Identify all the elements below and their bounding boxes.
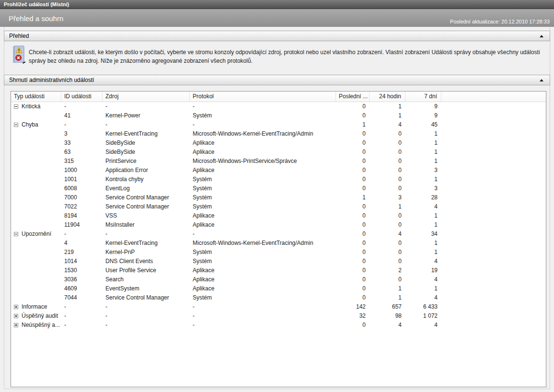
days7-cell: 28 (405, 193, 441, 202)
event-type-cell (11, 111, 61, 120)
event-id-cell: 315 (61, 157, 103, 166)
last-hour-cell: 0 (336, 239, 369, 248)
last-hour-cell: 0 (336, 248, 369, 257)
table-row[interactable]: 1001 Kontrola chyby Systém 0 0 1 (11, 175, 546, 184)
filler-cell (441, 230, 546, 239)
log-cell: Aplikace (190, 148, 336, 157)
table-row[interactable]: Upozornění - - - 0 4 34 (11, 230, 546, 239)
table-row[interactable]: 1014 DNS Client Events Systém 0 0 4 (11, 257, 546, 266)
event-type-label: Kritická (22, 103, 40, 110)
table-row[interactable]: Kritická - - - 0 1 9 (11, 102, 546, 111)
hours24-cell: 0 (369, 239, 405, 248)
summary-section-header[interactable]: Shrnutí administrativních událostí (4, 75, 550, 85)
source-cell: MsiInstaller (103, 220, 190, 230)
hours24-cell: 1 (369, 111, 405, 120)
filler-cell (441, 202, 546, 211)
expand-icon[interactable] (14, 314, 18, 318)
days7-cell: 1 (405, 129, 441, 138)
event-id-cell: 7044 (61, 293, 103, 302)
table-row[interactable]: 6008 EventLog Systém 0 0 3 (11, 184, 546, 193)
table-row[interactable]: 3036 Search Aplikace 0 0 4 (11, 275, 546, 284)
chevron-up-icon[interactable] (540, 79, 543, 81)
days7-cell: 1 (405, 220, 441, 230)
log-cell: Aplikace (190, 166, 336, 175)
source-cell: VSS (103, 211, 190, 220)
table-row[interactable]: Chyba - - - 1 4 45 (11, 120, 546, 129)
event-type-label: Upozornění (22, 231, 51, 237)
source-cell: User Profile Service (103, 266, 190, 275)
table-row[interactable]: Neúspěšný a... - - - 0 4 4 (11, 321, 546, 330)
last-hour-cell: 0 (336, 321, 369, 330)
source-cell: - (103, 321, 190, 330)
table-row[interactable]: 7022 Service Control Manager Systém 0 1 … (11, 202, 546, 211)
log-cell: Aplikace (190, 138, 336, 148)
last-hour-cell: 0 (336, 111, 369, 120)
table-row[interactable]: 33 SideBySide Aplikace 0 0 1 (11, 138, 546, 148)
summary-table: Typ události ID události Zdroj Protokol … (11, 91, 546, 387)
last-hour-cell: 0 (336, 157, 369, 166)
filler-cell (441, 138, 546, 148)
column-header-event-id[interactable]: ID události (61, 92, 103, 102)
last-hour-cell: 0 (336, 184, 369, 193)
table-row[interactable]: 7044 Service Control Manager Systém 0 1 … (11, 293, 546, 302)
table-row[interactable]: 11904 MsiInstaller Aplikace 0 0 1 (11, 220, 546, 230)
column-header-last-hour[interactable]: Poslední ... (336, 92, 369, 102)
source-cell: Service Control Manager (103, 193, 190, 202)
days7-cell: 4 (405, 275, 441, 284)
expand-icon[interactable] (14, 323, 18, 327)
filler-cell (441, 157, 546, 166)
table-row[interactable]: 219 Kernel-PnP Systém 0 0 1 (11, 248, 546, 257)
table-row[interactable]: 63 SideBySide Aplikace 0 0 1 (11, 148, 546, 157)
table-row[interactable]: 1530 User Profile Service Aplikace 0 2 1… (11, 266, 546, 275)
days7-cell: 6 433 (405, 302, 441, 311)
collapse-icon[interactable] (14, 104, 18, 109)
overview-section-header[interactable]: Přehled (4, 31, 550, 41)
table-row[interactable]: 4609 EventSystem Aplikace 0 1 1 (11, 284, 546, 293)
table-row[interactable]: 7000 Service Control Manager Systém 1 3 … (11, 193, 546, 202)
collapse-icon[interactable] (14, 232, 18, 236)
filler-cell (441, 266, 546, 275)
last-update-timestamp: Poslední aktualizace: 20.12.2010 17:28:3… (450, 19, 550, 24)
filler-cell (441, 321, 546, 330)
hours24-cell: 0 (369, 138, 405, 148)
table-row[interactable]: 8194 VSS Aplikace 0 0 1 (11, 211, 546, 220)
event-type-cell (11, 184, 61, 193)
last-hour-cell: 0 (336, 211, 369, 220)
chevron-up-icon[interactable] (540, 35, 543, 37)
column-header-24-hours[interactable]: 24 hodin (369, 92, 405, 102)
table-row[interactable]: Informace - - - 142 657 6 433 (11, 302, 546, 311)
table-row[interactable]: 1000 Application Error Aplikace 0 0 3 (11, 166, 546, 175)
table-row[interactable]: 4 Kernel-EventTracing Microsoft-Windows-… (11, 239, 546, 248)
days7-cell: 34 (405, 230, 441, 239)
hours24-cell: 0 (369, 220, 405, 230)
log-cell: Systém (190, 175, 336, 184)
filler-cell (441, 302, 546, 311)
column-header-event-type[interactable]: Typ události (11, 92, 61, 102)
days7-cell: 1 (405, 239, 441, 248)
last-hour-cell: 142 (336, 302, 369, 311)
log-cell: Microsoft-Windows-PrintService/Správce (190, 157, 336, 166)
filler-cell (441, 175, 546, 184)
filler-cell (441, 284, 546, 293)
table-row[interactable]: 41 Kernel-Power Systém 0 1 9 (11, 111, 546, 120)
source-cell: Kernel-PnP (103, 248, 190, 257)
table-row[interactable]: 315 PrintService Microsoft-Windows-Print… (11, 157, 546, 166)
column-header-source[interactable]: Zdroj (103, 92, 190, 102)
window-title: Prohlížeč událostí (Místní) (0, 0, 554, 9)
event-type-cell (11, 175, 61, 184)
days7-cell: 4 (405, 293, 441, 302)
filler-cell (441, 148, 546, 157)
collapse-icon[interactable] (14, 123, 18, 127)
column-header-7-days[interactable]: 7 dní (405, 92, 441, 102)
hours24-cell: 0 (369, 275, 405, 284)
table-row[interactable]: Úspěšný audit - - - 32 98 1 072 (11, 311, 546, 321)
filler-cell (441, 293, 546, 302)
table-row[interactable]: 3 Kernel-EventTracing Microsoft-Windows-… (11, 129, 546, 138)
filler-cell (441, 120, 546, 129)
hours24-cell: 0 (369, 257, 405, 266)
expand-icon[interactable] (14, 305, 18, 309)
filler-cell (441, 184, 546, 193)
column-header-log[interactable]: Protokol (190, 92, 336, 102)
event-id-cell: 1000 (61, 166, 103, 175)
log-cell: Aplikace (190, 266, 336, 275)
